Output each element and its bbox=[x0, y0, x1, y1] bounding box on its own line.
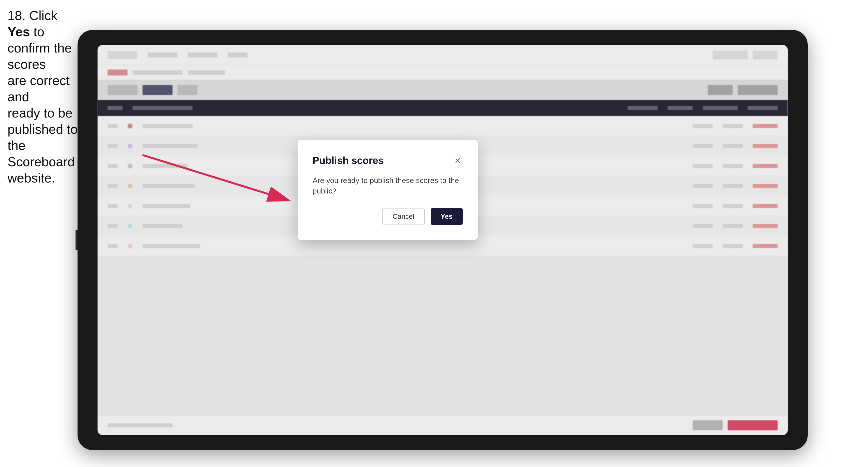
tablet-screen: Publish scores ✕ Are you ready to publis… bbox=[97, 45, 788, 435]
tablet-side-button bbox=[75, 230, 78, 250]
instruction-text: 18. Click Yes toconfirm the scoresare co… bbox=[7, 7, 80, 186]
modal-body-text: Are you ready to publish these scores to… bbox=[313, 175, 463, 196]
instruction-bold: Yes bbox=[7, 25, 30, 39]
modal-header: Publish scores ✕ bbox=[313, 155, 463, 166]
modal-footer: Cancel Yes bbox=[313, 208, 463, 225]
modal-overlay: Publish scores ✕ Are you ready to publis… bbox=[97, 45, 788, 435]
tablet-frame: Publish scores ✕ Are you ready to publis… bbox=[78, 30, 808, 450]
modal-title: Publish scores bbox=[313, 155, 384, 166]
instruction-after: toconfirm the scoresare correct andready… bbox=[7, 25, 78, 185]
yes-button[interactable]: Yes bbox=[431, 208, 463, 225]
step-number: 18. Click bbox=[7, 8, 57, 23]
publish-scores-modal: Publish scores ✕ Are you ready to publis… bbox=[298, 140, 478, 240]
modal-close-button[interactable]: ✕ bbox=[453, 156, 463, 166]
cancel-button[interactable]: Cancel bbox=[382, 208, 425, 225]
